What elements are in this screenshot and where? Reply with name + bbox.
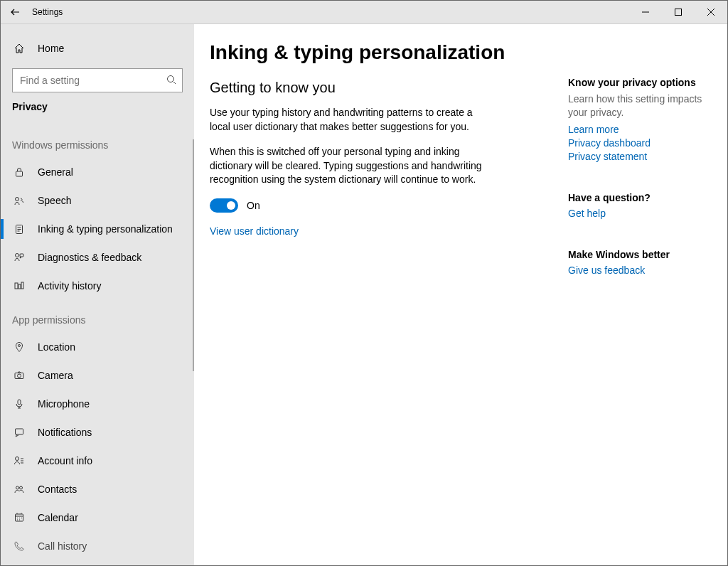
- svg-rect-6: [20, 254, 23, 257]
- svg-rect-7: [15, 283, 18, 289]
- search-input[interactable]: [18, 74, 166, 87]
- notifications-icon: [12, 427, 26, 438]
- sidebar-item-label: General: [38, 166, 73, 178]
- page-title: Inking & typing personalization: [210, 41, 551, 64]
- maximize-button[interactable]: [662, 1, 695, 23]
- svg-point-5: [16, 254, 19, 257]
- description-1: Use your typing history and handwriting …: [210, 106, 487, 134]
- sidebar-item-microphone[interactable]: Microphone: [1, 390, 194, 418]
- sidebar-item-account[interactable]: Account info: [1, 447, 194, 475]
- body: Home Privacy Windows permissions General: [1, 24, 727, 565]
- category-label: Privacy: [1, 92, 194, 118]
- sidebar-item-activity[interactable]: Activity history: [1, 272, 194, 300]
- description-2: When this is switched off your personal …: [210, 145, 487, 187]
- sidebar-item-inking[interactable]: Inking & typing personalization: [1, 215, 194, 243]
- feedback-link[interactable]: Give us feedback: [568, 265, 709, 276]
- titlebar: Settings: [1, 1, 727, 24]
- sidebar-item-label: Activity history: [38, 280, 101, 292]
- privacy-dashboard-link[interactable]: Privacy dashboard: [568, 137, 709, 149]
- sidebar: Home Privacy Windows permissions General: [1, 24, 194, 565]
- lock-icon: [12, 166, 26, 178]
- feedback-icon: [12, 252, 26, 263]
- svg-rect-0: [675, 9, 682, 16]
- aside-question-heading: Have a question?: [568, 192, 709, 203]
- sidebar-item-label: Call history: [38, 540, 87, 552]
- personalization-toggle[interactable]: [210, 198, 238, 213]
- sidebar-item-label: Calendar: [38, 512, 78, 523]
- app-title: Settings: [32, 7, 63, 17]
- sidebar-item-camera[interactable]: Camera: [1, 361, 194, 390]
- svg-point-3: [16, 198, 19, 201]
- svg-point-16: [16, 486, 19, 489]
- svg-point-1: [168, 75, 174, 82]
- svg-rect-9: [21, 282, 23, 289]
- maximize-icon: [675, 9, 682, 16]
- account-icon: [12, 455, 26, 466]
- minimize-button[interactable]: [629, 1, 662, 23]
- sidebar-item-speech[interactable]: Speech: [1, 186, 194, 215]
- sidebar-item-calendar[interactable]: Calendar: [1, 503, 194, 532]
- aside-privacy-desc: Learn how this setting impacts your priv…: [568, 92, 709, 119]
- toggle-row: On: [210, 198, 551, 213]
- main-column: Inking & typing personalization Getting …: [210, 37, 551, 565]
- sidebar-item-general[interactable]: General: [1, 158, 194, 186]
- search-box[interactable]: [12, 68, 183, 92]
- settings-window: Settings Home: [0, 0, 728, 566]
- sidebar-item-label: Microphone: [38, 398, 90, 410]
- sidebar-item-label: Contacts: [38, 484, 77, 495]
- group-header-windows-permissions: Windows permissions: [1, 125, 194, 158]
- svg-rect-2: [16, 171, 23, 176]
- sidebar-item-label: Account info: [38, 455, 92, 466]
- search-wrap: [1, 68, 194, 92]
- window-controls: [629, 1, 727, 23]
- aside-column: Know your privacy options Learn how this…: [568, 37, 709, 565]
- activity-icon: [12, 280, 26, 292]
- close-button[interactable]: [695, 1, 727, 23]
- aside-better-heading: Make Windows better: [568, 249, 709, 260]
- sidebar-item-label: Inking & typing personalization: [38, 223, 173, 235]
- nav-list: Windows permissions General Speech Inkin…: [1, 125, 194, 565]
- svg-point-17: [20, 486, 23, 489]
- close-icon: [707, 9, 714, 16]
- main-content: Inking & typing personalization Getting …: [194, 24, 727, 565]
- sidebar-item-diagnostics[interactable]: Diagnostics & feedback: [1, 243, 194, 272]
- toggle-state-label: On: [247, 200, 260, 211]
- toggle-knob: [227, 201, 235, 210]
- clipboard-icon: [12, 223, 26, 235]
- svg-rect-8: [18, 284, 21, 289]
- location-icon: [12, 341, 26, 353]
- sidebar-item-label: Speech: [38, 195, 71, 206]
- svg-rect-14: [16, 429, 23, 434]
- svg-point-10: [18, 345, 21, 347]
- sidebar-item-contacts[interactable]: Contacts: [1, 475, 194, 503]
- back-button[interactable]: [1, 1, 29, 23]
- home-label: Home: [38, 43, 64, 54]
- learn-more-link[interactable]: Learn more: [568, 124, 709, 135]
- home-icon: [12, 43, 26, 54]
- sidebar-item-location[interactable]: Location: [1, 333, 194, 361]
- speech-icon: [12, 195, 26, 206]
- microphone-icon: [12, 398, 26, 410]
- search-icon: [166, 75, 176, 87]
- sidebar-item-label: Notifications: [38, 427, 92, 438]
- view-dictionary-link[interactable]: View user dictionary: [210, 225, 551, 237]
- sidebar-item-callhistory[interactable]: Call history: [1, 532, 194, 560]
- contacts-icon: [12, 484, 26, 495]
- camera-icon: [12, 370, 26, 381]
- phone-icon: [12, 540, 26, 552]
- sidebar-item-label: Camera: [38, 370, 73, 381]
- section-subtitle: Getting to know you: [210, 80, 551, 96]
- aside-better: Make Windows better Give us feedback: [568, 249, 709, 276]
- sidebar-scrollbar[interactable]: [193, 139, 194, 371]
- aside-question: Have a question? Get help: [568, 192, 709, 219]
- svg-point-12: [18, 374, 21, 378]
- get-help-link[interactable]: Get help: [568, 208, 709, 219]
- home-nav[interactable]: Home: [1, 34, 194, 63]
- sidebar-item-notifications[interactable]: Notifications: [1, 418, 194, 447]
- minimize-icon: [642, 9, 649, 16]
- aside-privacy-heading: Know your privacy options: [568, 77, 709, 88]
- svg-point-15: [16, 457, 19, 461]
- group-header-app-permissions: App permissions: [1, 300, 194, 333]
- back-arrow-icon: [10, 7, 20, 17]
- privacy-statement-link[interactable]: Privacy statement: [568, 151, 709, 162]
